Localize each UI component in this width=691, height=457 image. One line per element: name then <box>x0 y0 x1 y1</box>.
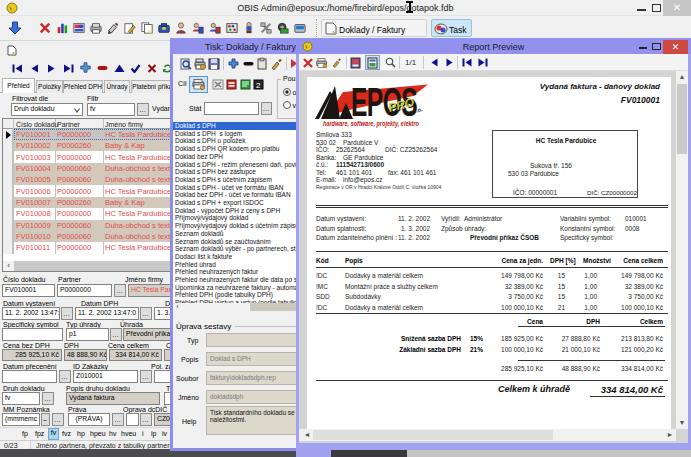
svg-text:2: 2 <box>256 81 261 90</box>
svg-text:hardware, software, projekty,: hardware, software, projekty, elektro <box>323 119 419 128</box>
